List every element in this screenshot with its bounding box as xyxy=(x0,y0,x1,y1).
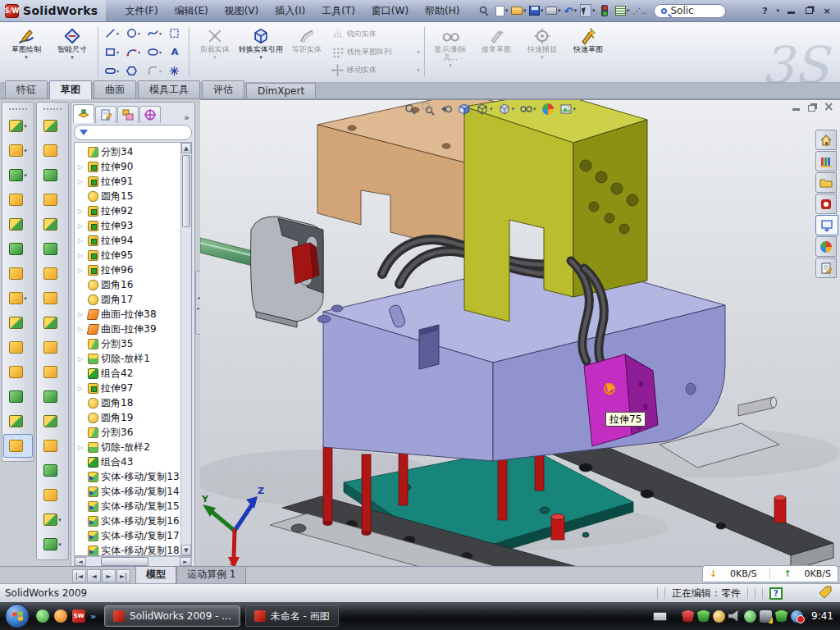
network-warning-icon[interactable] xyxy=(760,610,772,623)
command-tab[interactable]: 评估 xyxy=(202,80,244,98)
print-button[interactable]: ▾ xyxy=(546,3,560,18)
feature-tool-extruded-boss[interactable]: ▾ xyxy=(3,114,33,138)
start-button[interactable] xyxy=(5,604,30,628)
mold-tool-swept-boss[interactable]: ▾ xyxy=(38,114,67,138)
feature-tree-item[interactable]: ▷ 拉伸91 xyxy=(78,174,180,189)
feature-tree-item[interactable]: ▷ 实体-移动/复制16 xyxy=(78,514,180,528)
keyboard-layout-icon[interactable] xyxy=(653,612,667,621)
feature-tree-item[interactable]: ▷ 曲面-拉伸38 xyxy=(78,307,180,322)
sketch-entity-polygon[interactable]: ▾ xyxy=(122,62,144,80)
command-tab[interactable]: DimXpert xyxy=(246,83,316,98)
feature-tool-draft[interactable]: ▾ xyxy=(3,237,33,261)
feature-tool-rib[interactable]: ▾ xyxy=(3,311,33,335)
mold-tool-bend[interactable]: ▾ xyxy=(38,336,67,359)
feature-tool-measure[interactable]: ▾ xyxy=(3,434,33,458)
feature-tree-item[interactable]: ▷ 实体-移动/复制14 xyxy=(78,484,180,499)
configurationmanager-tab[interactable] xyxy=(117,106,139,123)
sketch-entity-selectbox[interactable]: ▾ xyxy=(165,24,186,43)
command-tab[interactable]: 草图 xyxy=(49,80,92,99)
feature-tree-item[interactable]: ▷ 组合42 xyxy=(78,366,180,381)
solidworks-quicklaunch-icon[interactable]: SW xyxy=(72,609,85,623)
open-button[interactable]: ▾ xyxy=(511,3,526,18)
dropdown-arrow-icon[interactable]: ▾ xyxy=(449,62,452,69)
sketch-entity-circle[interactable]: ▾ xyxy=(122,24,144,43)
menu-item[interactable]: 编辑(E) xyxy=(167,2,216,21)
expander-icon[interactable]: ▷ xyxy=(78,237,85,244)
task-button[interactable]: 未命名 - 画图 xyxy=(245,605,339,627)
dropdown-arrow-icon[interactable]: ▾ xyxy=(213,54,217,61)
dropdown-arrow-icon[interactable]: ▾ xyxy=(541,54,544,61)
feature-tree-item[interactable]: ▷ 拉伸93 xyxy=(78,218,180,233)
zoom-fit-icon[interactable] xyxy=(404,103,417,116)
expander-icon[interactable]: ▷ xyxy=(78,311,85,318)
dropdown-arrow-icon[interactable]: ▾ xyxy=(24,123,27,130)
format-painter-icon[interactable]: ⋰.. xyxy=(632,3,646,18)
model-tab[interactable]: 运动算例 1 xyxy=(176,566,246,583)
command-tab[interactable]: 模具工具 xyxy=(138,80,200,98)
scroll-right-button[interactable]: ► xyxy=(180,557,191,566)
ribbon-button-offset[interactable]: 等距实体 ▾ xyxy=(284,24,330,80)
doc-close-button[interactable]: × xyxy=(824,102,835,112)
sketch-entity-slot[interactable]: ▾ xyxy=(101,62,122,80)
hide-show-items-icon[interactable]: ▾ xyxy=(519,103,536,116)
dropdown-arrow-icon[interactable]: ▾ xyxy=(71,54,74,61)
dropdown-arrow-icon[interactable]: ▾ xyxy=(116,68,119,74)
messenger-icon[interactable] xyxy=(36,609,49,623)
feature-tree-item[interactable]: ▷ 实体-移动/复制17 xyxy=(78,528,180,543)
feature-tree-item[interactable]: ▷ 圆角17 xyxy=(78,292,180,307)
feature-tree-item[interactable]: ▷ 拉伸96 xyxy=(78,262,180,277)
feature-tree-item[interactable]: ▷ 圆角16 xyxy=(78,277,180,292)
dropdown-arrow-icon[interactable]: ▾ xyxy=(24,172,27,179)
expander-icon[interactable]: ▷ xyxy=(78,326,85,333)
propertymanager-tab[interactable] xyxy=(95,106,116,123)
menu-item[interactable]: 视图(V) xyxy=(217,2,267,21)
feature-tool-linear-pattern[interactable]: ▾ xyxy=(3,286,33,310)
menu-item[interactable]: 帮助(H) xyxy=(418,2,467,21)
sketch-entity-text[interactable]: ▾ xyxy=(165,43,186,62)
feature-tree-item[interactable]: ▷ 拉伸94 xyxy=(78,233,180,248)
feature-tool-shell[interactable]: ▾ xyxy=(3,212,33,236)
display-style-icon[interactable]: ▾ xyxy=(498,103,515,116)
scroll-thumb[interactable] xyxy=(101,557,148,566)
feature-tree-item[interactable]: ▷ 圆角15 xyxy=(78,189,180,203)
feature-tree-item[interactable]: ▷ 分割36 xyxy=(78,425,180,440)
prev-tab-button[interactable]: ◄ xyxy=(87,569,101,582)
voip-phone-icon[interactable] xyxy=(744,610,756,623)
feature-tool-mirror[interactable]: ▾ xyxy=(3,336,33,359)
sync-blocked-icon[interactable] xyxy=(791,610,803,623)
mold-tool-boundary[interactable]: ▾ xyxy=(38,311,67,335)
section-view-icon[interactable] xyxy=(458,103,471,116)
feature-tree-item[interactable]: ▷ 实体-移动/复制15 xyxy=(78,499,180,514)
menu-item[interactable]: 工具(T) xyxy=(314,2,363,21)
previous-view-icon[interactable] xyxy=(440,103,453,116)
expander-icon[interactable]: ▷ xyxy=(78,252,85,259)
pushpin-icon[interactable] xyxy=(477,3,491,18)
close-button[interactable]: × xyxy=(820,5,833,16)
antivirus-shield-icon[interactable] xyxy=(682,610,694,623)
sketch-entity-ellipse[interactable]: ▾ xyxy=(144,43,165,62)
feature-tree-item[interactable]: ▷ 切除-放样2 xyxy=(78,440,180,454)
featuremanager-tab[interactable] xyxy=(73,104,94,123)
feature-tree-item[interactable]: ▷ 实体-移动/复制18 xyxy=(78,543,180,556)
view-orientation-icon[interactable]: ▾ xyxy=(476,103,493,116)
expander-icon[interactable]: ▷ xyxy=(78,444,85,451)
task-button[interactable]: SolidWorks 2009 - ... xyxy=(104,605,240,627)
volume-icon[interactable] xyxy=(728,610,741,623)
sketch-entity-point[interactable]: ▾ xyxy=(165,62,186,80)
select-tool-button[interactable]: ▾ xyxy=(580,3,595,18)
mold-tool-parting-line[interactable]: ▾ xyxy=(38,459,67,482)
feature-tree-item[interactable]: ▷ 实体-移动/复制13 xyxy=(78,469,180,484)
feature-tree-item[interactable]: ▷ 分割34 xyxy=(78,144,180,159)
mold-tool-deform[interactable]: ▾ xyxy=(38,237,67,261)
expander-icon[interactable]: ▷ xyxy=(78,267,85,274)
command-tab[interactable]: 曲面 xyxy=(94,80,136,98)
options-button[interactable]: ▾ xyxy=(614,3,629,18)
file-explorer-tab[interactable] xyxy=(815,172,837,193)
dropdown-arrow-icon[interactable]: ▾ xyxy=(159,49,162,55)
feature-tool-extruded-cut[interactable]: ▾ xyxy=(3,139,33,162)
help-button[interactable]: ? xyxy=(758,5,771,16)
more-tabs-chevron[interactable]: » xyxy=(180,112,193,123)
undo-button[interactable]: ↶▾ xyxy=(563,3,578,18)
scroll-up-button[interactable]: ▲ xyxy=(181,143,191,153)
badge-icon[interactable] xyxy=(713,610,725,623)
